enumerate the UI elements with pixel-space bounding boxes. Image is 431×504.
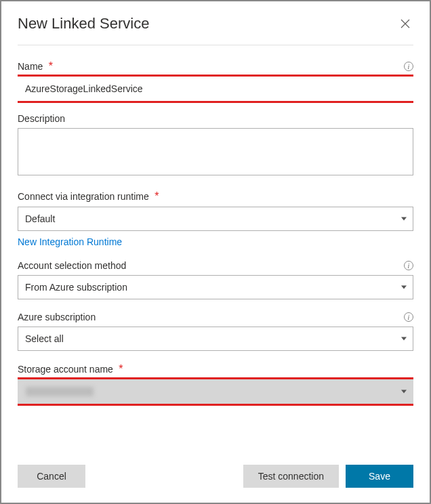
subscription-select[interactable]: Select all — [18, 327, 413, 351]
name-field: Name * i — [18, 60, 413, 101]
required-marker: * — [49, 60, 53, 72]
test-connection-button[interactable]: Test connection — [243, 465, 339, 488]
required-marker: * — [155, 190, 159, 202]
runtime-label: Connect via integration runtime — [18, 191, 149, 202]
storage-account-field: Storage account name * — [18, 363, 413, 404]
info-icon[interactable]: i — [404, 261, 413, 270]
account-method-field: Account selection method i From Azure su… — [18, 260, 413, 299]
panel-title: New Linked Service — [18, 15, 149, 33]
runtime-select-wrap: Default — [18, 207, 413, 231]
description-input[interactable] — [18, 128, 413, 175]
description-label-row: Description — [18, 113, 413, 124]
name-label-row: Name * i — [18, 60, 413, 72]
account-method-label-row: Account selection method i — [18, 260, 413, 271]
name-label: Name — [18, 61, 43, 72]
name-highlight — [18, 77, 413, 101]
footer-right: Test connection Save — [243, 465, 413, 488]
subscription-field: Azure subscription i Select all — [18, 312, 413, 351]
form-body: Name * i Description Connect via integra… — [18, 60, 413, 454]
account-method-label: Account selection method — [18, 260, 126, 271]
storage-account-highlight — [18, 379, 413, 404]
runtime-field: Connect via integration runtime * Defaul… — [18, 190, 413, 248]
close-button[interactable] — [397, 16, 413, 32]
panel-header: New Linked Service — [18, 15, 413, 45]
description-field: Description — [18, 113, 413, 178]
runtime-label-row: Connect via integration runtime * — [18, 190, 413, 203]
cancel-button[interactable]: Cancel — [18, 465, 85, 488]
info-icon[interactable]: i — [404, 62, 413, 71]
account-method-select-wrap: From Azure subscription — [18, 275, 413, 299]
description-label: Description — [18, 113, 65, 124]
subscription-label-row: Azure subscription i — [18, 312, 413, 322]
subscription-label: Azure subscription — [18, 312, 96, 322]
required-marker: * — [119, 363, 123, 375]
panel-footer: Cancel Test connection Save — [18, 454, 413, 503]
account-method-select[interactable]: From Azure subscription — [18, 275, 413, 299]
info-icon[interactable]: i — [404, 312, 413, 322]
name-input[interactable] — [18, 77, 413, 101]
close-icon — [401, 19, 410, 28]
new-runtime-link[interactable]: New Integration Runtime — [18, 236, 122, 247]
storage-account-label-row: Storage account name * — [18, 363, 413, 375]
redacted-value — [26, 387, 94, 396]
storage-account-label: Storage account name — [18, 364, 113, 375]
new-linked-service-panel: New Linked Service Name * i Description — [1, 1, 430, 503]
runtime-select[interactable]: Default — [18, 207, 413, 231]
subscription-select-wrap: Select all — [18, 327, 413, 351]
save-button[interactable]: Save — [346, 465, 413, 488]
